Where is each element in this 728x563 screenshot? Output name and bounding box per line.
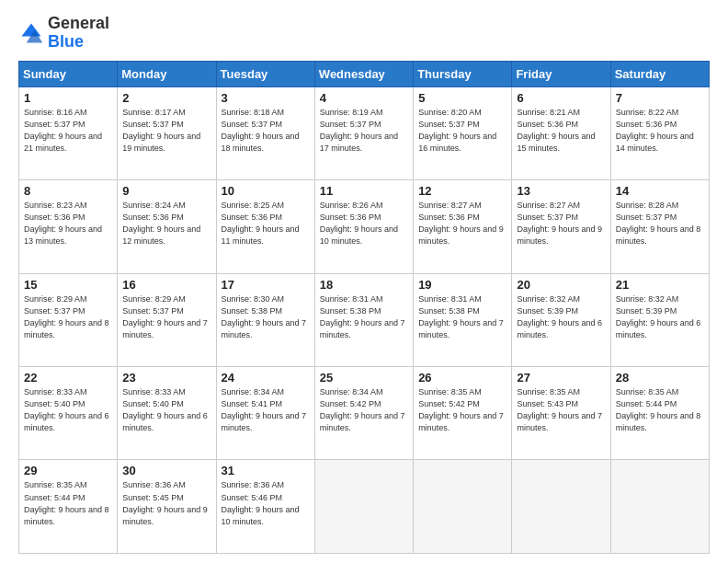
day-number: 17 xyxy=(222,278,310,292)
calendar-cell: 19Sunrise: 8:31 AMSunset: 5:38 PMDayligh… xyxy=(414,273,512,366)
day-info: Sunrise: 8:33 AMSunset: 5:40 PMDaylight:… xyxy=(122,386,210,434)
calendar-cell: 26Sunrise: 8:35 AMSunset: 5:42 PMDayligh… xyxy=(414,367,512,460)
day-number: 9 xyxy=(122,184,210,198)
day-number: 7 xyxy=(616,91,704,105)
day-info: Sunrise: 8:16 AMSunset: 5:37 PMDaylight:… xyxy=(24,107,112,155)
calendar-cell: 6Sunrise: 8:21 AMSunset: 5:36 PMDaylight… xyxy=(512,86,610,179)
day-info: Sunrise: 8:31 AMSunset: 5:38 PMDaylight:… xyxy=(418,293,506,341)
day-number: 30 xyxy=(122,464,210,477)
calendar-cell: 30Sunrise: 8:36 AMSunset: 5:45 PMDayligh… xyxy=(118,460,216,554)
day-number: 27 xyxy=(517,371,605,385)
day-info: Sunrise: 8:27 AMSunset: 5:36 PMDaylight:… xyxy=(418,200,506,247)
svg-marker-0 xyxy=(22,23,41,36)
day-info: Sunrise: 8:35 AMSunset: 5:42 PMDaylight:… xyxy=(418,386,506,434)
day-info: Sunrise: 8:35 AMSunset: 5:43 PMDaylight:… xyxy=(517,386,605,434)
calendar-cell: 7Sunrise: 8:22 AMSunset: 5:36 PMDaylight… xyxy=(610,86,709,179)
calendar-cell xyxy=(512,460,610,554)
calendar-cell xyxy=(414,460,512,554)
day-number: 20 xyxy=(517,278,605,292)
calendar-cell: 11Sunrise: 8:26 AMSunset: 5:36 PMDayligh… xyxy=(314,180,413,273)
day-number: 26 xyxy=(418,371,506,385)
day-number: 14 xyxy=(616,184,704,198)
day-info: Sunrise: 8:35 AMSunset: 5:44 PMDaylight:… xyxy=(616,386,704,434)
day-number: 11 xyxy=(320,184,408,198)
calendar-cell: 12Sunrise: 8:27 AMSunset: 5:36 PMDayligh… xyxy=(414,180,512,273)
day-number: 15 xyxy=(24,278,112,292)
calendar-cell: 31Sunrise: 8:36 AMSunset: 5:46 PMDayligh… xyxy=(216,460,314,554)
day-number: 10 xyxy=(222,184,310,198)
weekday-header-tuesday: Tuesday xyxy=(216,61,314,86)
calendar-cell: 24Sunrise: 8:34 AMSunset: 5:41 PMDayligh… xyxy=(216,367,314,460)
day-info: Sunrise: 8:22 AMSunset: 5:36 PMDaylight:… xyxy=(616,107,704,155)
calendar-cell: 23Sunrise: 8:33 AMSunset: 5:40 PMDayligh… xyxy=(118,367,216,460)
day-number: 21 xyxy=(616,278,704,292)
calendar-cell: 1Sunrise: 8:16 AMSunset: 5:37 PMDaylight… xyxy=(19,86,118,179)
week-row-2: 8Sunrise: 8:23 AMSunset: 5:36 PMDaylight… xyxy=(19,180,710,273)
week-row-5: 29Sunrise: 8:35 AMSunset: 5:44 PMDayligh… xyxy=(19,460,710,554)
calendar-cell xyxy=(610,460,709,554)
day-info: Sunrise: 8:31 AMSunset: 5:38 PMDaylight:… xyxy=(320,293,408,341)
week-row-1: 1Sunrise: 8:16 AMSunset: 5:37 PMDaylight… xyxy=(19,86,710,179)
day-info: Sunrise: 8:27 AMSunset: 5:37 PMDaylight:… xyxy=(517,200,605,247)
day-number: 18 xyxy=(320,278,408,292)
day-info: Sunrise: 8:30 AMSunset: 5:38 PMDaylight:… xyxy=(222,293,310,341)
day-number: 29 xyxy=(24,464,112,477)
calendar-cell: 22Sunrise: 8:33 AMSunset: 5:40 PMDayligh… xyxy=(19,367,118,460)
calendar-cell: 28Sunrise: 8:35 AMSunset: 5:44 PMDayligh… xyxy=(610,367,709,460)
logo-text: GeneralBlue xyxy=(48,15,109,52)
day-number: 28 xyxy=(616,371,704,385)
weekday-header-monday: Monday xyxy=(118,61,216,86)
day-info: Sunrise: 8:32 AMSunset: 5:39 PMDaylight:… xyxy=(616,293,704,341)
day-info: Sunrise: 8:24 AMSunset: 5:36 PMDaylight:… xyxy=(122,200,210,247)
day-info: Sunrise: 8:28 AMSunset: 5:37 PMDaylight:… xyxy=(616,200,704,247)
weekday-header-thursday: Thursday xyxy=(414,61,512,86)
week-row-3: 15Sunrise: 8:29 AMSunset: 5:37 PMDayligh… xyxy=(19,273,710,366)
day-info: Sunrise: 8:34 AMSunset: 5:41 PMDaylight:… xyxy=(222,386,310,434)
calendar-cell: 3Sunrise: 8:18 AMSunset: 5:37 PMDaylight… xyxy=(216,86,314,179)
week-row-4: 22Sunrise: 8:33 AMSunset: 5:40 PMDayligh… xyxy=(19,367,710,460)
day-info: Sunrise: 8:34 AMSunset: 5:42 PMDaylight:… xyxy=(320,386,408,434)
day-info: Sunrise: 8:32 AMSunset: 5:39 PMDaylight:… xyxy=(517,293,605,341)
day-number: 2 xyxy=(122,91,210,105)
day-info: Sunrise: 8:19 AMSunset: 5:37 PMDaylight:… xyxy=(320,107,408,155)
day-number: 22 xyxy=(24,371,112,385)
day-number: 25 xyxy=(320,371,408,385)
day-info: Sunrise: 8:25 AMSunset: 5:36 PMDaylight:… xyxy=(222,200,310,247)
calendar-cell: 2Sunrise: 8:17 AMSunset: 5:37 PMDaylight… xyxy=(118,86,216,179)
day-info: Sunrise: 8:26 AMSunset: 5:36 PMDaylight:… xyxy=(320,200,408,247)
calendar-cell: 25Sunrise: 8:34 AMSunset: 5:42 PMDayligh… xyxy=(314,367,413,460)
calendar-cell: 21Sunrise: 8:32 AMSunset: 5:39 PMDayligh… xyxy=(610,273,709,366)
weekday-header-row: SundayMondayTuesdayWednesdayThursdayFrid… xyxy=(19,61,710,86)
logo: GeneralBlue xyxy=(18,15,109,52)
logo-icon xyxy=(18,20,44,46)
weekday-header-saturday: Saturday xyxy=(610,61,709,86)
calendar-cell: 5Sunrise: 8:20 AMSunset: 5:37 PMDaylight… xyxy=(414,86,512,179)
day-number: 6 xyxy=(517,91,605,105)
day-number: 4 xyxy=(320,91,408,105)
page: GeneralBlue SundayMondayTuesdayWednesday… xyxy=(0,0,728,563)
calendar-cell: 20Sunrise: 8:32 AMSunset: 5:39 PMDayligh… xyxy=(512,273,610,366)
day-info: Sunrise: 8:17 AMSunset: 5:37 PMDaylight:… xyxy=(122,107,210,155)
calendar-cell: 10Sunrise: 8:25 AMSunset: 5:36 PMDayligh… xyxy=(216,180,314,273)
calendar-table: SundayMondayTuesdayWednesdayThursdayFrid… xyxy=(18,61,710,554)
calendar-cell: 15Sunrise: 8:29 AMSunset: 5:37 PMDayligh… xyxy=(19,273,118,366)
day-info: Sunrise: 8:29 AMSunset: 5:37 PMDaylight:… xyxy=(122,293,210,341)
weekday-header-wednesday: Wednesday xyxy=(314,61,413,86)
calendar-cell: 4Sunrise: 8:19 AMSunset: 5:37 PMDaylight… xyxy=(314,86,413,179)
header: GeneralBlue xyxy=(18,15,710,52)
day-number: 24 xyxy=(222,371,310,385)
day-number: 19 xyxy=(418,278,506,292)
day-number: 16 xyxy=(122,278,210,292)
weekday-header-friday: Friday xyxy=(512,61,610,86)
day-info: Sunrise: 8:20 AMSunset: 5:37 PMDaylight:… xyxy=(418,107,506,155)
calendar-cell: 17Sunrise: 8:30 AMSunset: 5:38 PMDayligh… xyxy=(216,273,314,366)
calendar-cell: 29Sunrise: 8:35 AMSunset: 5:44 PMDayligh… xyxy=(19,460,118,554)
calendar-cell: 14Sunrise: 8:28 AMSunset: 5:37 PMDayligh… xyxy=(610,180,709,273)
calendar-cell xyxy=(314,460,413,554)
weekday-header-sunday: Sunday xyxy=(19,61,118,86)
day-info: Sunrise: 8:23 AMSunset: 5:36 PMDaylight:… xyxy=(24,200,112,247)
calendar-cell: 9Sunrise: 8:24 AMSunset: 5:36 PMDaylight… xyxy=(118,180,216,273)
calendar-cell: 8Sunrise: 8:23 AMSunset: 5:36 PMDaylight… xyxy=(19,180,118,273)
day-number: 13 xyxy=(517,184,605,198)
day-info: Sunrise: 8:33 AMSunset: 5:40 PMDaylight:… xyxy=(24,386,112,434)
